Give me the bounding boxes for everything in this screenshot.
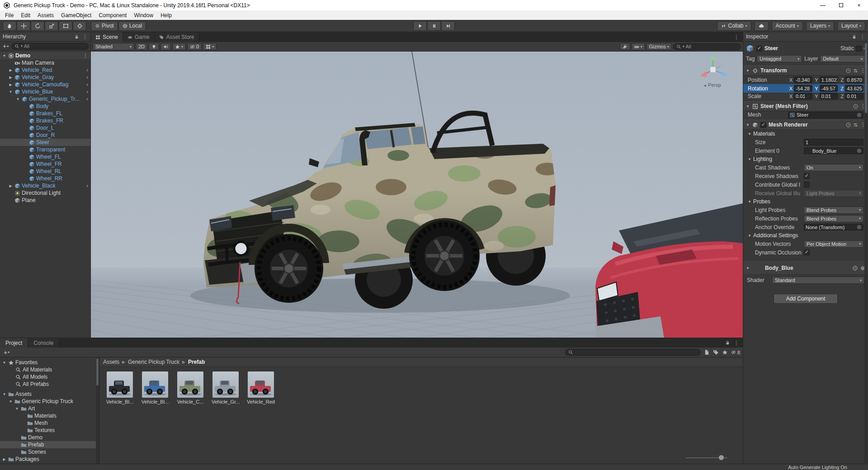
foldout-collapsed-icon[interactable]: ▶ (8, 184, 13, 188)
menu-edit[interactable]: Edit (17, 12, 34, 19)
transform-component-header[interactable]: ▼ Transform ⋮ (743, 66, 868, 75)
hierarchy-item-vehicle-red[interactable]: ▶Vehicle_Red› (0, 66, 90, 74)
tree-item-mesh[interactable]: Mesh (0, 419, 99, 427)
asset-thumbnail[interactable] (248, 371, 274, 398)
create-object-button[interactable]: +▾ (2, 42, 9, 50)
asset-item[interactable]: Vehicle_Bl... (141, 371, 169, 404)
menu-help[interactable]: Help (157, 12, 175, 19)
object-picker-icon[interactable] (857, 148, 862, 153)
auto-generate-lighting-button[interactable]: Auto Generate Lighting On (788, 465, 847, 470)
shader-dropdown[interactable]: Standard▾ (772, 277, 864, 284)
layers-dropdown[interactable]: Layers▾ (806, 21, 834, 31)
scrollbar-thumb[interactable] (865, 43, 867, 113)
hierarchy-search-input[interactable]: ▾All (11, 43, 89, 50)
breadcrumb-prefab[interactable]: Prefab (188, 359, 205, 365)
mesh-renderer-component-header[interactable]: ▼ Mesh Renderer ⋮ (743, 120, 868, 130)
hierarchy-item-vehicle-blue[interactable]: ▼Vehicle_Blue› (0, 88, 90, 95)
scene-camera-dropdown[interactable]: ▾ (632, 43, 645, 50)
menu-assets[interactable]: Assets (34, 12, 57, 19)
element0-object-field[interactable]: Body_Blue (804, 147, 863, 154)
shading-mode-dropdown[interactable]: Shaded▾ (93, 43, 134, 50)
asset-item[interactable]: Vehicle_Red (247, 371, 275, 404)
gameobject-name[interactable]: Steer (764, 45, 838, 52)
scale-y-field[interactable]: 0.01 (820, 93, 838, 99)
foldout-expanded-icon[interactable]: ▼ (746, 266, 750, 270)
thumbnail-size-slider[interactable] (686, 455, 727, 461)
tab-game[interactable]: Game (123, 32, 155, 42)
foldout-expanded-icon[interactable]: ▼ (14, 407, 19, 411)
foldout-expanded-icon[interactable]: ▼ (2, 361, 7, 365)
tree-item-assets[interactable]: ▼Assets (0, 390, 99, 398)
hierarchy-item-generic-pickup[interactable]: ▼Generic_Pickup_Tr...› (0, 95, 90, 103)
foldout-collapsed-icon[interactable]: ▶ (2, 457, 7, 461)
hierarchy-item-wheel-rr[interactable]: Wheel_RR (0, 175, 90, 182)
prefab-open-arrow[interactable]: › (86, 96, 90, 102)
collab-button[interactable]: Collab▾ (717, 21, 751, 31)
layout-dropdown[interactable]: Layout▾ (837, 21, 865, 31)
mesh-renderer-enabled-checkbox[interactable] (760, 122, 766, 128)
materials-size-field[interactable]: 1 (804, 139, 863, 146)
panel-menu-icon[interactable]: ⋮ (82, 33, 88, 40)
foldout-expanded-icon[interactable]: ▼ (15, 97, 20, 101)
hierarchy-item-wheel-fr[interactable]: Wheel_FR (0, 160, 90, 168)
light-probes-dropdown[interactable]: Blend Probes▾ (804, 207, 863, 214)
hierarchy-item-brakes-fl[interactable]: Brakes_FL (0, 110, 90, 117)
tab-project[interactable]: Project (0, 338, 28, 348)
lock-icon[interactable] (725, 340, 730, 345)
2d-toggle-button[interactable]: 2D (136, 43, 147, 50)
object-picker-icon[interactable] (857, 225, 862, 230)
projection-label[interactable]: ◄ Persp (689, 82, 735, 88)
minimize-button[interactable]: — (814, 0, 832, 10)
tab-asset-store[interactable]: Asset Store (155, 32, 199, 42)
menu-gameobject[interactable]: GameObject (57, 12, 95, 19)
scene-lighting-toggle[interactable] (149, 43, 159, 50)
hierarchy-scene-row[interactable]: ▼Demo⋮ (0, 52, 90, 59)
asset-thumbnail[interactable] (142, 371, 168, 398)
menu-component[interactable]: Component (95, 12, 130, 19)
tree-item-all-materials[interactable]: All Materials (0, 366, 99, 373)
additional-settings-foldout[interactable]: ▼Additional Settings (743, 231, 868, 240)
mesh-object-field[interactable]: Steer (788, 112, 863, 118)
panel-menu-icon[interactable]: ⋮ (860, 33, 865, 40)
scene-viewport[interactable]: ◄ Persp (91, 52, 743, 338)
prefab-open-arrow[interactable]: › (86, 67, 90, 73)
receive-shadows-checkbox[interactable] (804, 173, 810, 179)
active-checkbox[interactable] (756, 46, 762, 52)
help-icon[interactable] (853, 104, 858, 109)
hierarchy-item-wheel-fl[interactable]: Wheel_FL (0, 153, 90, 160)
scale-z-field[interactable]: 0.01 (845, 93, 863, 99)
prefab-open-arrow[interactable]: › (86, 81, 90, 88)
help-icon[interactable] (853, 266, 858, 271)
tree-item-art[interactable]: ▼Art (0, 405, 99, 412)
anchor-override-field[interactable]: None (Transform) (804, 224, 863, 230)
contribute-gi-checkbox[interactable] (804, 182, 810, 188)
hierarchy-item-wheel-rl[interactable]: Wheel_RL (0, 168, 90, 175)
scene-menu-icon[interactable]: ⋮ (83, 52, 90, 59)
lock-icon[interactable] (74, 34, 79, 39)
scale-tool-button[interactable] (45, 21, 58, 31)
foldout-expanded-icon[interactable]: ▼ (745, 123, 750, 127)
asset-item[interactable]: Vehicle_C... (176, 371, 204, 404)
preset-icon[interactable] (853, 122, 858, 127)
position-x-field[interactable]: -0.340 (794, 76, 812, 83)
add-component-button[interactable]: Add Component (774, 294, 838, 304)
dynamic-occlusion-checkbox[interactable] (804, 249, 810, 255)
step-button[interactable] (441, 21, 455, 31)
hierarchy-item-vehicle-black[interactable]: ▶Vehicle_Black› (0, 182, 90, 189)
foldout-expanded-icon[interactable]: ▼ (8, 400, 13, 404)
hierarchy-item-transparent[interactable]: Transparent (0, 146, 90, 153)
search-by-type-button[interactable] (704, 349, 710, 355)
tab-menu-icon[interactable]: ⋮ (730, 34, 743, 40)
tree-item-prefab[interactable]: Prefab (0, 441, 99, 448)
menu-window[interactable]: Window (130, 12, 157, 19)
material-header[interactable]: ▼ Body_Blue (743, 261, 868, 275)
rotation-z-field[interactable]: 43.625 (845, 85, 863, 92)
tab-scene[interactable]: Scene (91, 32, 123, 42)
hand-tool-button[interactable] (3, 21, 16, 31)
foldout-expanded-icon[interactable]: ▼ (8, 90, 13, 94)
breadcrumb-assets[interactable]: Assets (103, 359, 119, 365)
foldout-collapsed-icon[interactable]: ▶ (8, 68, 13, 72)
asset-item[interactable]: Vehicle_Gr... (212, 371, 240, 404)
tree-item-scenes[interactable]: Scenes (0, 448, 99, 456)
position-y-field[interactable]: 1.18022 (820, 76, 838, 83)
